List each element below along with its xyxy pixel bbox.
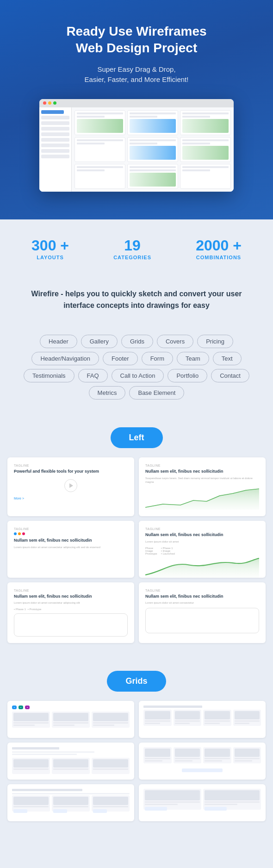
stat-layouts: 300 + LAYOUTS [31, 238, 69, 260]
card-text: Lorem ipsum dolor sit amet consectetur a… [14, 545, 128, 549]
hero-subtitle: Super Easy Drag & Drop,Easier, Faster, a… [14, 64, 259, 85]
window-maximize-dot [53, 101, 56, 105]
chip-teal: • [19, 706, 23, 709]
card-label: TAGLINE [14, 464, 128, 467]
card-title: Powerful and flexible tools for your sys… [14, 469, 128, 475]
card-title: Nullam sem elit, finibus nec sollicitudi… [14, 538, 128, 543]
tag-row: • • • [12, 706, 130, 709]
tag-header[interactable]: Header [40, 335, 77, 348]
tag-testimonials[interactable]: Testimonials [24, 369, 74, 382]
stat-combinations-number: 2000 + [196, 238, 242, 253]
tag-faq[interactable]: FAQ [78, 369, 108, 382]
grid-item [12, 712, 50, 728]
stat-layouts-label: LAYOUTS [31, 255, 69, 260]
card-label: TAGLINE [14, 589, 128, 592]
tag-header-nav[interactable]: Header/Navigation [31, 352, 99, 365]
grid-item [233, 710, 261, 726]
card-text: Suspendisse turpis lorem. Sed diam nonum… [145, 476, 259, 484]
stats-section: 300 + LAYOUTS 19 CATEGORIES 2000 + COMBI… [0, 219, 273, 279]
grid-item [92, 758, 130, 774]
grid-item [233, 747, 261, 763]
description-section: Wirefire - helps you to quickly sketch a… [0, 279, 273, 325]
left-section-header: Left [0, 423, 273, 457]
dot-blue [14, 532, 17, 535]
grid-item [174, 747, 202, 763]
grid-inner-2 [143, 789, 261, 810]
grid-inner-3 [12, 795, 130, 812]
tag-contact[interactable]: Contact [211, 369, 249, 382]
grid-inner-3 [12, 758, 130, 774]
mockup-sidebar [39, 107, 72, 192]
grid-item [12, 795, 50, 812]
hero-section: Ready Use WireframesWeb Design Project S… [0, 0, 273, 219]
grids-cards-grid: • • • [0, 701, 273, 831]
tag-gallery[interactable]: Gallery [81, 335, 118, 348]
grid-item [203, 747, 231, 763]
grid-card-5 [7, 784, 134, 821]
chart-area [145, 487, 259, 510]
grid-item [203, 710, 231, 726]
tag-text[interactable]: Text [213, 352, 242, 365]
card-title: Nullam sem elit, finibus nec sollicitudi… [145, 532, 259, 538]
grids-section-button[interactable]: Grids [107, 671, 166, 692]
grid-item [52, 758, 90, 774]
grids-section-header: Grids [0, 666, 273, 701]
preview-card-dots-chart: TAGLINE Nullam sem elit, finibus nec sol… [7, 521, 134, 577]
card-label: TAGLINE [145, 464, 259, 467]
grid-item [203, 789, 261, 810]
mockup-content [72, 107, 234, 192]
stat-categories: 19 CATEGORIES [113, 238, 151, 260]
tag-footer[interactable]: Footer [103, 352, 138, 365]
grid-card-1: • • • [7, 701, 134, 738]
card-bullets: Phase Image Prototype • Phase 1 • Image … [145, 547, 259, 555]
grid-item [92, 712, 130, 728]
card-dots [14, 532, 128, 535]
left-cards-grid: TAGLINE Powerful and flexible tools for … [0, 457, 273, 652]
card-text: Lorem ipsum dolor sit amet consectetur a… [14, 601, 128, 605]
window-minimize-dot [48, 101, 51, 105]
stat-categories-label: CATEGORIES [113, 255, 151, 260]
grid-card-6 [139, 784, 266, 821]
chip-blue: • [12, 706, 17, 709]
grid-inner-4 [143, 747, 261, 763]
tag-team[interactable]: Team [177, 352, 209, 365]
grid-item [143, 747, 172, 763]
tag-metrics[interactable]: Metrics [89, 386, 126, 400]
stat-combinations-label: COMBINATIONS [196, 255, 242, 260]
left-section: Left TAGLINE Powerful and flexible tools… [0, 418, 273, 662]
grid-item [92, 795, 130, 812]
card-box [14, 613, 128, 637]
tags-container: Header Gallery Grids Covers Pricing Head… [14, 335, 259, 400]
tag-base-element[interactable]: Base Element [129, 386, 184, 400]
tags-section: Header Gallery Grids Covers Pricing Head… [0, 325, 273, 418]
tag-covers[interactable]: Covers [157, 335, 193, 348]
card-label: TAGLINE [145, 527, 259, 531]
tag-grids[interactable]: Grids [121, 335, 153, 348]
preview-card-box-lines: TAGLINE Nullam sem elit, finibus nec sol… [7, 582, 134, 643]
grid-item [143, 789, 201, 810]
tag-form[interactable]: Form [142, 352, 173, 365]
preview-card-wave: TAGLINE Nullam sem elit, finibus nec sol… [139, 521, 266, 577]
chip-purple: • [25, 706, 30, 709]
play-button[interactable] [64, 479, 77, 492]
card-label: TAGLINE [145, 589, 259, 592]
dot-orange [18, 532, 21, 535]
card-link[interactable]: More > [14, 497, 128, 500]
stat-combinations: 2000 + COMBINATIONS [196, 238, 242, 260]
tag-call-to-action[interactable]: Call to Action [112, 369, 164, 382]
card-title: Nullam sem elit, finibus nec sollicitudi… [145, 469, 259, 475]
preview-card-video: TAGLINE Powerful and flexible tools for … [7, 457, 134, 516]
grids-section: Grids • • • [0, 662, 273, 840]
stat-categories-number: 19 [113, 238, 151, 253]
left-section-button[interactable]: Left [111, 427, 163, 448]
grid-item [52, 795, 90, 812]
hero-title: Ready Use WireframesWeb Design Project [14, 23, 259, 57]
window-close-dot [43, 101, 46, 105]
description-text: Wirefire - helps you to quickly sketch a… [19, 288, 254, 312]
preview-card-chart-green: TAGLINE Nullam sem elit, finibus nec sol… [139, 457, 266, 516]
tag-portfolio[interactable]: Portfolio [168, 369, 207, 382]
grid-inner-3 [12, 712, 130, 728]
chart-area [145, 555, 259, 571]
grid-card-3 [7, 743, 134, 780]
tag-pricing[interactable]: Pricing [197, 335, 233, 348]
